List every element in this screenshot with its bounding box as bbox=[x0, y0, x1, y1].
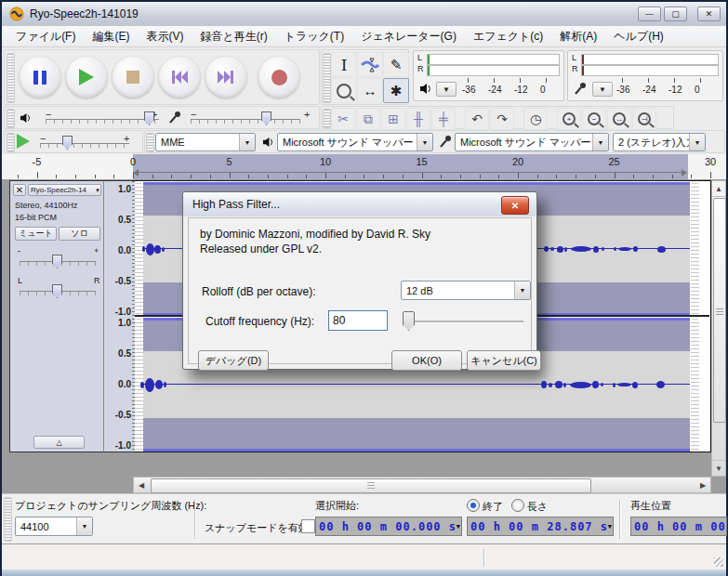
resize-grip[interactable] bbox=[714, 557, 723, 567]
waveform-blip bbox=[140, 382, 144, 388]
transport-grabber[interactable] bbox=[7, 53, 15, 103]
ruler-number: 10 bbox=[320, 156, 331, 167]
audio-host-select[interactable]: MME▼ bbox=[155, 133, 256, 151]
skip-end-button[interactable] bbox=[205, 57, 246, 98]
dialog-close-button[interactable]: ✕ bbox=[501, 196, 529, 215]
collapse-track-button[interactable]: △ bbox=[33, 436, 85, 449]
menu-3[interactable]: 録音と再生(r) bbox=[192, 26, 275, 47]
end-radio[interactable] bbox=[467, 499, 480, 512]
mixer-grabber[interactable] bbox=[7, 109, 15, 128]
envelope-tool[interactable] bbox=[357, 52, 383, 77]
copy-button[interactable]: ⧉ bbox=[356, 108, 380, 130]
pause-button[interactable] bbox=[20, 57, 60, 98]
play-position-timefield[interactable]: 00 h 00 m 00.00 bbox=[630, 517, 727, 536]
record-button[interactable] bbox=[258, 57, 299, 98]
zoom-out-button[interactable]: − bbox=[582, 108, 606, 130]
playback-meter[interactable]: L R ▼ -36-24-120 bbox=[413, 50, 564, 101]
selection-end-timefield[interactable]: 00 h 00 m 28.807 s ▼ bbox=[467, 517, 614, 536]
scroll-left-arrow[interactable]: ◀ bbox=[134, 478, 149, 492]
device-grabber[interactable] bbox=[146, 133, 154, 152]
menu-2[interactable]: 表示(V) bbox=[138, 26, 192, 47]
pan-slider[interactable] bbox=[52, 284, 62, 298]
clip-right-edge[interactable] bbox=[691, 183, 699, 315]
edit-grabber[interactable] bbox=[323, 109, 331, 128]
cutoff-frequency-input[interactable] bbox=[328, 310, 388, 331]
sync-lock-button[interactable]: ◷ bbox=[523, 108, 548, 130]
play-button[interactable] bbox=[66, 57, 107, 98]
recording-meter-dropdown[interactable]: ▼ bbox=[592, 82, 613, 97]
skip-start-button[interactable] bbox=[159, 57, 200, 98]
undo-button[interactable]: ↶ bbox=[465, 108, 489, 130]
track-control-panel[interactable]: ✕ Ryo-Speec2h-14 ▼ Stereo, 44100Hz 16-bi… bbox=[9, 180, 104, 452]
scroll-right-arrow[interactable]: ▶ bbox=[695, 478, 710, 492]
debug-button[interactable]: デバッグ(D) bbox=[198, 350, 269, 371]
vertical-scale-ruler[interactable]: 1.00.50.0-0.5-1.01.00.50.0-0.5-1.0 bbox=[104, 180, 135, 452]
dialog-title-bar[interactable]: High Pass Filter... bbox=[183, 192, 536, 216]
paste-button[interactable]: ⊞ bbox=[381, 108, 405, 130]
menu-7[interactable]: 解析(A) bbox=[551, 26, 605, 47]
title-bar[interactable]: Ryo-Speec2h-141019 — ▢ ✕ bbox=[2, 2, 726, 26]
input-device-select[interactable]: Microsoft サウンド マッパー - I▼ bbox=[455, 133, 609, 151]
menu-6[interactable]: エフェクト(c) bbox=[465, 26, 551, 47]
solo-button[interactable]: ソロ bbox=[59, 227, 100, 241]
speaker-icon bbox=[20, 112, 32, 124]
timeline-ruler[interactable]: -5051015202530 bbox=[2, 154, 726, 180]
draw-tool[interactable]: ✎ bbox=[383, 52, 409, 77]
zoom-tool[interactable] bbox=[331, 78, 357, 103]
selection-toolbar-grabber[interactable] bbox=[4, 497, 12, 542]
vertical-scrollbar[interactable]: ▲ ▼ bbox=[711, 180, 726, 477]
clip-right-edge[interactable] bbox=[691, 319, 699, 451]
rate-select[interactable]: 44100▼ bbox=[15, 517, 93, 536]
recording-meter[interactable]: L R ▼ -36-24-120 bbox=[567, 50, 723, 101]
output-device-select[interactable]: Microsoft サウンド マッパー - (▼ bbox=[277, 133, 433, 151]
menu-1[interactable]: 編集(E) bbox=[84, 26, 138, 47]
transcription-grabber[interactable] bbox=[7, 133, 15, 152]
stop-button[interactable] bbox=[113, 57, 153, 98]
playback-meter-dropdown[interactable]: ▼ bbox=[436, 82, 457, 97]
selection-tool[interactable]: I bbox=[331, 52, 357, 77]
rolloff-label: Rolloff (dB per octave): bbox=[202, 285, 316, 298]
maximize-button[interactable]: ▢ bbox=[664, 7, 687, 21]
waveform-blip bbox=[613, 383, 615, 387]
trim-audio-button[interactable]: ╫ bbox=[406, 108, 430, 130]
selection-start-timefield[interactable]: 00 h 00 m 00.000 s ▼ bbox=[315, 517, 462, 536]
mute-button[interactable]: ミュート bbox=[15, 227, 57, 241]
track-menu-button[interactable]: Ryo-Speec2h-14 ▼ bbox=[28, 184, 101, 196]
scroll-down-arrow[interactable]: ▼ bbox=[712, 460, 725, 476]
input-channels-select[interactable]: 2 (ステレオ)入力チ▼ bbox=[613, 133, 706, 151]
close-button[interactable]: ✕ bbox=[697, 7, 721, 21]
band bbox=[143, 418, 690, 449]
tools-grabber[interactable] bbox=[323, 53, 331, 103]
vscroll-thumb[interactable] bbox=[713, 198, 726, 423]
ruler-number: 0 bbox=[130, 156, 136, 167]
hscroll-thumb[interactable] bbox=[151, 478, 591, 493]
menu-4[interactable]: トラック(T) bbox=[276, 26, 352, 47]
minimize-button[interactable]: — bbox=[638, 7, 661, 21]
meter-l-label: L bbox=[572, 53, 576, 62]
multi-tool[interactable]: ✱ bbox=[383, 78, 409, 103]
fit-selection-button[interactable]: ↔ bbox=[607, 108, 631, 130]
ruler-number: 25 bbox=[608, 156, 619, 167]
redo-button[interactable]: ↷ bbox=[490, 108, 514, 130]
timeshift-tool[interactable]: ↔ bbox=[357, 78, 383, 103]
zoom-in-button[interactable]: + bbox=[557, 108, 581, 130]
menu-8[interactable]: ヘルプ(H) bbox=[605, 26, 672, 47]
silence-audio-button[interactable]: ╪ bbox=[431, 108, 456, 130]
cancel-button[interactable]: キャンセル(C) bbox=[467, 350, 541, 371]
track-close-button[interactable]: ✕ bbox=[13, 184, 26, 196]
cutoff-slider[interactable] bbox=[403, 311, 415, 331]
selection-right-arrow bbox=[682, 169, 687, 177]
rolloff-select[interactable]: 12 dB▼ bbox=[401, 281, 531, 300]
snap-checkbox[interactable] bbox=[301, 519, 315, 533]
menu-5[interactable]: ジェネレーター(G) bbox=[352, 26, 465, 47]
waveform-blip bbox=[550, 247, 554, 251]
gain-slider[interactable] bbox=[52, 255, 62, 268]
cut-button[interactable]: ✂ bbox=[331, 108, 355, 130]
horizontal-scrollbar[interactable]: ◀ ▶ bbox=[133, 477, 711, 493]
ok-button[interactable]: OK(O) bbox=[391, 350, 462, 371]
menu-0[interactable]: ファイル(F) bbox=[7, 26, 84, 47]
play-at-speed-button[interactable] bbox=[17, 134, 30, 149]
length-radio[interactable] bbox=[511, 499, 524, 512]
fit-project-button[interactable]: ⊣ bbox=[632, 108, 656, 130]
scroll-up-arrow[interactable]: ▲ bbox=[712, 181, 725, 197]
